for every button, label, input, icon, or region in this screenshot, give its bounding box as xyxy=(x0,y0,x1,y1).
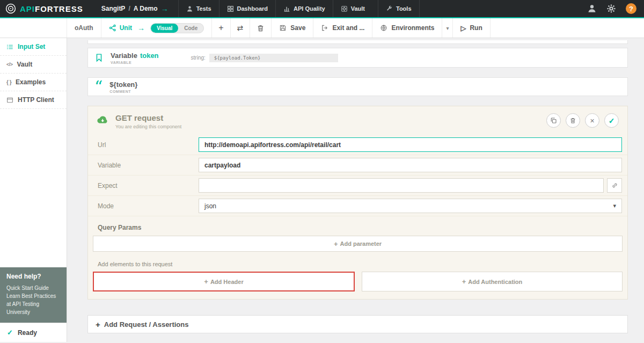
unit-flow-cell: Unit → Visual Code xyxy=(101,18,213,38)
variable-field-row: Variable xyxy=(88,155,627,176)
query-params-title: Query Params xyxy=(88,216,627,236)
question-icon: ? xyxy=(629,5,633,13)
help-button[interactable]: ? xyxy=(626,3,636,14)
visual-toggle[interactable]: Visual xyxy=(151,24,178,33)
status-bar: ✓ Ready xyxy=(0,323,67,342)
nav-tools[interactable]: Tools xyxy=(378,0,420,17)
app-window: APIFORTRESS SangitP / A Demo → Tests Das… xyxy=(0,0,644,343)
tab-oauth[interactable]: oAuth xyxy=(67,18,101,38)
chevron-down-icon: ▾ xyxy=(446,25,449,31)
trash-icon xyxy=(569,117,576,124)
sidebar-item-examples[interactable]: { } Examples xyxy=(0,74,67,91)
brand-home-link[interactable]: APIFORTRESS xyxy=(5,3,83,14)
add-header-button[interactable]: + Add Header xyxy=(93,272,355,291)
expect-field-label: Expect xyxy=(98,182,199,189)
plus-icon: + xyxy=(462,278,466,286)
confirm-button[interactable]: ✓ xyxy=(604,113,619,128)
sidebar-item-http-client[interactable]: HTTP Client xyxy=(0,91,67,109)
exit-icon xyxy=(321,24,328,32)
account-icon[interactable] xyxy=(587,4,597,13)
breadcrumb-separator: / xyxy=(128,5,130,12)
add-component-button[interactable]: + xyxy=(212,18,230,38)
body: Input Set </> Vault { } Examples HTTP Cl… xyxy=(0,38,644,342)
add-parameter-button[interactable]: + Add parameter xyxy=(93,236,623,252)
swap-icon: ⇄ xyxy=(237,24,244,32)
unit-button[interactable]: Unit xyxy=(109,24,132,32)
link-icon xyxy=(611,182,618,189)
sidebar-item-input-set[interactable]: Input Set xyxy=(0,38,67,56)
need-help-box: Need help? Quick Start Guide Learn Best … xyxy=(0,267,67,323)
exit-button[interactable]: Exit and ... xyxy=(321,24,364,32)
run-cell: ▷ Run xyxy=(453,18,490,38)
test-canvas: Variabletoken VARIABLE string: ${payload… xyxy=(67,38,644,342)
reorder-button[interactable]: ⇄ xyxy=(231,18,251,38)
variable-name: token xyxy=(140,52,159,60)
save-button[interactable]: Save xyxy=(279,24,305,32)
trash-icon xyxy=(257,24,265,32)
code-icon: </> xyxy=(6,62,13,67)
copy-icon xyxy=(550,117,557,124)
variable-info: Variabletoken VARIABLE xyxy=(111,52,159,64)
toolbar-spacer xyxy=(0,18,67,38)
arrow-right-icon: → xyxy=(161,4,169,13)
add-elements-buttons: + Add Header + Add Authentication xyxy=(93,272,623,291)
nav-vault[interactable]: Vault xyxy=(333,0,372,17)
sidebar-item-vault[interactable]: </> Vault xyxy=(0,56,67,74)
url-input[interactable] xyxy=(199,137,622,152)
breadcrumb[interactable]: SangitP / A Demo → xyxy=(101,4,169,13)
delete-component-button[interactable] xyxy=(250,18,272,38)
view-toggle: Visual Code xyxy=(150,23,204,33)
play-icon: ▷ xyxy=(460,24,466,32)
url-field-row: Url xyxy=(88,135,627,155)
comment-kind-label: COMMENT xyxy=(109,90,137,93)
browser-window-icon xyxy=(6,97,13,104)
cancel-button[interactable]: × xyxy=(585,113,599,128)
variable-field-label: Variable xyxy=(98,162,199,169)
run-button[interactable]: ▷ Run xyxy=(460,24,482,32)
add-elements-text: Add elements to this request xyxy=(88,252,627,272)
gear-icon[interactable] xyxy=(606,4,616,13)
editor-title: GET request xyxy=(115,113,181,122)
chevron-down-icon: ▾ xyxy=(613,202,616,209)
plus-icon: + xyxy=(334,240,338,248)
environments-button[interactable]: Environments xyxy=(380,24,434,32)
unit-icon xyxy=(109,24,116,32)
arrow-right-icon: → xyxy=(137,24,145,32)
variable-component[interactable]: Variabletoken VARIABLE string: ${payload… xyxy=(87,48,628,68)
best-practices-link[interactable]: Learn Best Practices at API Testing Univ… xyxy=(6,292,60,316)
topbar-right: ? xyxy=(587,3,636,14)
breadcrumb-user: SangitP xyxy=(101,5,126,12)
quick-start-guide-link[interactable]: Quick Start Guide xyxy=(6,284,60,292)
editor-titles: GET request You are editing this compone… xyxy=(115,113,181,129)
top-navigation: Tests Dashboard API Quality Vault Tools xyxy=(178,0,420,17)
save-cell: Save xyxy=(272,18,313,38)
mode-select[interactable]: json ▾ xyxy=(199,199,622,213)
code-toggle[interactable]: Code xyxy=(178,24,203,33)
nav-api-quality[interactable]: API Quality xyxy=(275,0,333,17)
mode-field-label: Mode xyxy=(98,202,199,210)
comment-component[interactable]: “ ${token} COMMENT xyxy=(87,77,628,96)
need-help-title: Need help? xyxy=(6,273,60,280)
editor-subtitle: You are editing this component xyxy=(115,124,181,129)
add-request-button[interactable]: + Add Request / Assertions xyxy=(87,315,628,333)
nav-dashboard[interactable]: Dashboard xyxy=(219,0,275,17)
vault-icon xyxy=(341,5,348,12)
expect-input[interactable] xyxy=(199,178,604,193)
url-field-label: Url xyxy=(98,141,199,149)
variable-input[interactable] xyxy=(199,158,622,172)
environments-dropdown-button[interactable]: ▾ xyxy=(442,18,453,38)
variable-value[interactable]: ${payload.Token} xyxy=(209,54,338,62)
comment-text: ${token} xyxy=(109,81,137,89)
delete-button[interactable] xyxy=(566,113,580,128)
sidebar: Input Set </> Vault { } Examples HTTP Cl… xyxy=(0,38,67,342)
status-text: Ready xyxy=(18,329,37,337)
duplicate-button[interactable] xyxy=(546,113,561,128)
bar-chart-icon xyxy=(283,5,290,12)
variable-kind-label: VARIABLE xyxy=(111,61,159,64)
environments-cell: Environments xyxy=(372,18,442,38)
add-authentication-button[interactable]: + Add Authentication xyxy=(362,272,623,291)
check-icon: ✓ xyxy=(609,116,615,125)
get-request-editor: GET request You are editing this compone… xyxy=(87,106,628,300)
expect-link-button[interactable] xyxy=(607,178,622,193)
nav-tests[interactable]: Tests xyxy=(178,0,219,17)
